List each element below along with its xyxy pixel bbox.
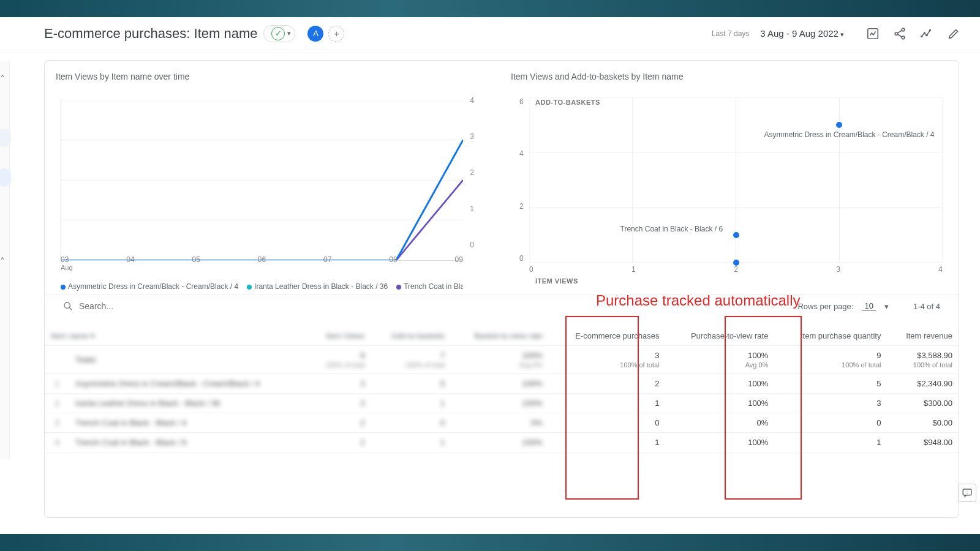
- scatter-y-ticks: 64 20: [519, 97, 524, 263]
- scatter-point[interactable]: [733, 232, 739, 238]
- series-1: [61, 140, 463, 261]
- left-nav-collapsed[interactable]: ˄ ˄: [0, 61, 10, 459]
- feedback-button[interactable]: [958, 484, 976, 502]
- add-comparison-button[interactable]: +: [328, 26, 344, 42]
- x-axis-label: ITEM VIEWS: [535, 277, 578, 285]
- svg-point-21: [64, 302, 70, 308]
- col-revenue[interactable]: Item revenue: [887, 317, 959, 345]
- search-icon: [63, 301, 73, 311]
- col-ptv-rate[interactable]: Purchase-to-view rate: [666, 317, 775, 345]
- feedback-icon: [962, 487, 973, 498]
- col-purchases[interactable]: E-commerce purchases: [548, 317, 665, 345]
- scatter-point[interactable]: [836, 122, 842, 128]
- scatter-x-ticks: 01 23 4: [529, 265, 943, 274]
- chevron-up-icon[interactable]: ˄: [0, 73, 5, 85]
- chart-title: Item Views and Add-to-baskets by Item na…: [511, 72, 948, 81]
- table-header-row: Item name ▾ Item Views Add-to-baskets Ba…: [45, 317, 959, 345]
- check-icon: ✓: [271, 27, 285, 40]
- line-chart: Item Views by Item name over time 43 21 …: [56, 72, 492, 292]
- chevron-down-icon[interactable]: ▾: [884, 302, 889, 311]
- scatter-plot-area: Asymmetric Dress in Cream/Black - Cream/…: [529, 97, 943, 263]
- scope-badge[interactable]: A: [307, 26, 323, 42]
- table-row[interactable]: 2Iranta Leather Dress in Black - Black /…: [45, 393, 959, 413]
- totals-row: Totals 9100% of total 7100% of total 100…: [45, 345, 959, 373]
- line-chart-plot: [61, 100, 463, 261]
- edit-icon[interactable]: [947, 27, 960, 40]
- series-2: [61, 140, 463, 261]
- date-range-picker[interactable]: 3 Aug - 9 Aug 2022: [760, 28, 844, 39]
- chevron-up-icon[interactable]: ˄: [0, 256, 5, 268]
- pagination-info: 1-4 of 4: [913, 302, 940, 311]
- nav-pill-active[interactable]: [0, 168, 11, 187]
- report-card: Item Views by Item name over time 43 21 …: [44, 60, 959, 518]
- page-header: E-commerce purchases: Item name ✓ ▾ A + …: [0, 17, 980, 50]
- table-row[interactable]: 3Trench Coat in Black - Black / 4 200% 0…: [45, 413, 959, 432]
- table-row[interactable]: 4Trench Coat in Black - Black / 6 21100%…: [45, 432, 959, 452]
- y-axis-ticks: 43 21 0: [467, 96, 474, 249]
- svg-point-4: [921, 36, 922, 37]
- col-quantity[interactable]: Item purchase quantity: [774, 317, 887, 345]
- insights-icon[interactable]: [866, 27, 880, 40]
- x-axis-ticks: 0304 0506 0708 09 Aug: [61, 255, 463, 264]
- page-title: E-commerce purchases: Item name: [44, 26, 257, 42]
- rows-per-page-label: Rows per page:: [797, 302, 853, 311]
- nav-pill[interactable]: [0, 129, 11, 147]
- data-table: Rows per page: 10 ▾ 1-4 of 4 Item name ▾…: [45, 294, 959, 459]
- status-dropdown[interactable]: ✓ ▾: [263, 25, 295, 42]
- scatter-chart: Item Views and Add-to-baskets by Item na…: [511, 72, 948, 292]
- rows-per-page-select[interactable]: 10: [862, 301, 875, 311]
- date-range-label: Last 7 days: [712, 29, 749, 38]
- trend-icon[interactable]: [920, 27, 933, 40]
- table-row[interactable]: 1Asymmetric Dress in Cream/Black - Cream…: [45, 373, 959, 393]
- chart-legend: Asymmetric Dress in Cream/Black - Cream/…: [61, 281, 463, 292]
- chevron-down-icon: ▾: [287, 29, 291, 37]
- chart-title: Item Views by Item name over time: [56, 72, 492, 81]
- search-input[interactable]: [79, 301, 263, 311]
- share-icon[interactable]: [893, 27, 907, 40]
